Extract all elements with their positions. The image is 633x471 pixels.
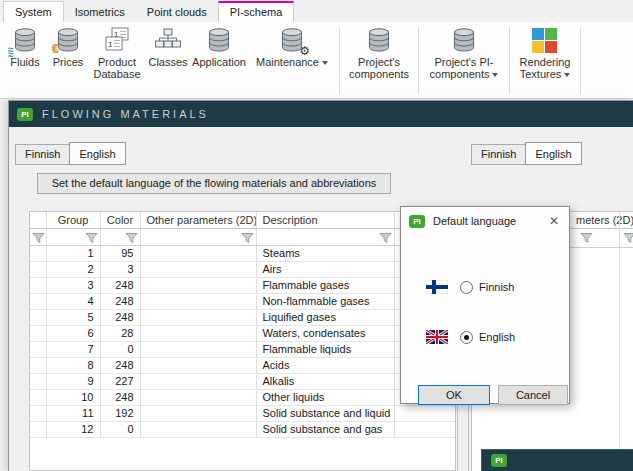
- chevron-down-icon: [564, 73, 570, 77]
- ribbon-item-label: Product Database: [89, 56, 145, 80]
- empty-cell: [394, 405, 455, 421]
- other-params-cell: [140, 293, 256, 309]
- right-tab-finnish[interactable]: Finnish: [471, 144, 526, 165]
- table-row[interactable]: 12 0 Solid substance and gas: [30, 421, 455, 437]
- projects-components-database-icon: [366, 27, 392, 54]
- materials-table-body: 1 95 Steams 2 3 Airs 3 248 Flammable gas…: [30, 245, 455, 437]
- ribbon-group-separator: [418, 27, 419, 94]
- filter-funnel-icon[interactable]: [623, 232, 633, 244]
- right-language-tabs: Finnish English: [471, 142, 581, 165]
- ribbon-item-application[interactable]: Application: [191, 25, 247, 98]
- description-cell: Steams: [256, 245, 394, 261]
- other-params-cell: [140, 357, 256, 373]
- ribbon-group-separator: [509, 27, 510, 94]
- color-cell: 0: [100, 341, 140, 357]
- filter-funnel-icon[interactable]: [85, 232, 98, 244]
- row-indicator-cell: [30, 261, 46, 277]
- prices-database-icon: €: [55, 27, 81, 54]
- filter-funnel-icon[interactable]: [241, 232, 254, 244]
- row-indicator-cell: [30, 341, 46, 357]
- english-radio-label[interactable]: English: [479, 331, 515, 343]
- finland-flag-icon: [426, 280, 448, 294]
- group-cell: 3: [46, 277, 100, 293]
- materials-grid: Group Color Other parameters (2D) Descri…: [29, 211, 456, 471]
- ribbon-item-projects-components[interactable]: Project's components: [342, 25, 416, 98]
- ribbon-item-projects-pi-components[interactable]: Project's PI-components: [421, 25, 507, 98]
- column-header-group[interactable]: Group: [46, 212, 100, 228]
- table-row[interactable]: 3 248 Flammable gases: [30, 277, 455, 293]
- dialog-titlebar[interactable]: Pl Default language ✕: [401, 207, 569, 235]
- table-row[interactable]: 5 248 Liquified gases: [30, 309, 455, 325]
- table-row[interactable]: 7 0 Flammable liquids: [30, 341, 455, 357]
- set-default-language-button[interactable]: Set the default language of the flowing …: [37, 173, 391, 194]
- description-cell: Flammable liquids: [256, 341, 394, 357]
- background-window-titlebar[interactable]: Pl: [481, 449, 633, 471]
- ribbon-item-label: Classes: [148, 56, 187, 68]
- group-cell: 6: [46, 325, 100, 341]
- right-column-header-fragment: meters (2D): [576, 214, 633, 226]
- color-cell: 248: [100, 293, 140, 309]
- tab-system[interactable]: System: [3, 1, 64, 22]
- row-indicator-cell: [30, 245, 46, 261]
- other-params-cell: [140, 325, 256, 341]
- row-indicator-cell: [30, 373, 46, 389]
- window-titlebar[interactable]: Pl FLOWING MATERIALS: [9, 101, 633, 127]
- column-header-color[interactable]: Color: [100, 212, 140, 228]
- ribbon-item-rendering-textures[interactable]: Rendering Textures: [512, 25, 578, 98]
- other-params-cell: [140, 245, 256, 261]
- table-row[interactable]: 8 248 Acids: [30, 357, 455, 373]
- other-params-cell: [140, 309, 256, 325]
- column-header-other-parameters[interactable]: Other parameters (2D): [140, 212, 256, 228]
- group-cell: 12: [46, 421, 100, 437]
- tab-isometrics[interactable]: Isometrics: [64, 2, 136, 22]
- right-tab-english[interactable]: English: [525, 142, 581, 165]
- description-cell: Waters, condensates: [256, 325, 394, 341]
- ribbon-item-maintenance[interactable]: ⚙ Maintenance: [247, 25, 337, 98]
- group-cell: 9: [46, 373, 100, 389]
- color-cell: 248: [100, 389, 140, 405]
- filter-funnel-icon[interactable]: [125, 232, 138, 244]
- ribbon-item-fluids[interactable]: ≈≈ Fluids: [3, 25, 47, 98]
- rendering-textures-icon: [532, 27, 558, 54]
- app-logo-icon: Pl: [409, 215, 425, 228]
- filter-funnel-icon[interactable]: [580, 232, 593, 244]
- table-row[interactable]: 10 248 Other liquids: [30, 389, 455, 405]
- ok-button[interactable]: OK: [418, 385, 490, 405]
- color-cell: 248: [100, 277, 140, 293]
- ribbon-item-classes[interactable]: Classes: [145, 25, 191, 98]
- tab-pi-schema[interactable]: PI-schema: [218, 1, 295, 22]
- filter-funnel-icon[interactable]: [379, 232, 392, 244]
- description-cell: Alkalis: [256, 373, 394, 389]
- row-indicator-cell: [30, 277, 46, 293]
- ribbon-item-label: Fluids: [10, 56, 39, 68]
- table-row[interactable]: 1 95 Steams: [30, 245, 455, 261]
- cancel-button[interactable]: Cancel: [498, 385, 568, 405]
- table-row[interactable]: 6 28 Waters, condensates: [30, 325, 455, 341]
- app-logo-icon: Pl: [17, 108, 33, 121]
- row-indicator-cell: [30, 389, 46, 405]
- ribbon-item-label: Application: [192, 56, 246, 68]
- english-radio[interactable]: [460, 331, 473, 344]
- fluids-database-icon: ≈≈: [12, 27, 38, 54]
- filter-funnel-icon[interactable]: [32, 232, 45, 244]
- row-indicator-cell: [30, 309, 46, 325]
- classes-hierarchy-icon: [155, 27, 181, 54]
- ribbon-item-product-database[interactable]: 1 1 Product Database: [89, 25, 145, 98]
- table-row[interactable]: 11 192 Solid substance and liquid: [30, 405, 455, 421]
- left-language-tabs: Finnish English: [15, 142, 125, 165]
- column-header-description[interactable]: Description: [256, 212, 394, 228]
- finnish-radio[interactable]: [460, 281, 473, 294]
- table-row[interactable]: 4 248 Non-flammable gases: [30, 293, 455, 309]
- color-cell: 192: [100, 405, 140, 421]
- description-cell: Solid substance and liquid: [256, 405, 394, 421]
- table-row[interactable]: 2 3 Airs: [30, 261, 455, 277]
- left-tab-finnish[interactable]: Finnish: [15, 144, 70, 165]
- left-tab-english[interactable]: English: [69, 142, 125, 165]
- table-row[interactable]: 9 227 Alkalis: [30, 373, 455, 389]
- ribbon-item-prices[interactable]: € Prices: [47, 25, 89, 98]
- color-cell: 0: [100, 421, 140, 437]
- tab-point-clouds[interactable]: Point clouds: [136, 2, 218, 22]
- option-row-finnish: Finnish: [426, 280, 514, 294]
- close-icon[interactable]: ✕: [545, 212, 563, 230]
- finnish-radio-label[interactable]: Finnish: [479, 281, 514, 293]
